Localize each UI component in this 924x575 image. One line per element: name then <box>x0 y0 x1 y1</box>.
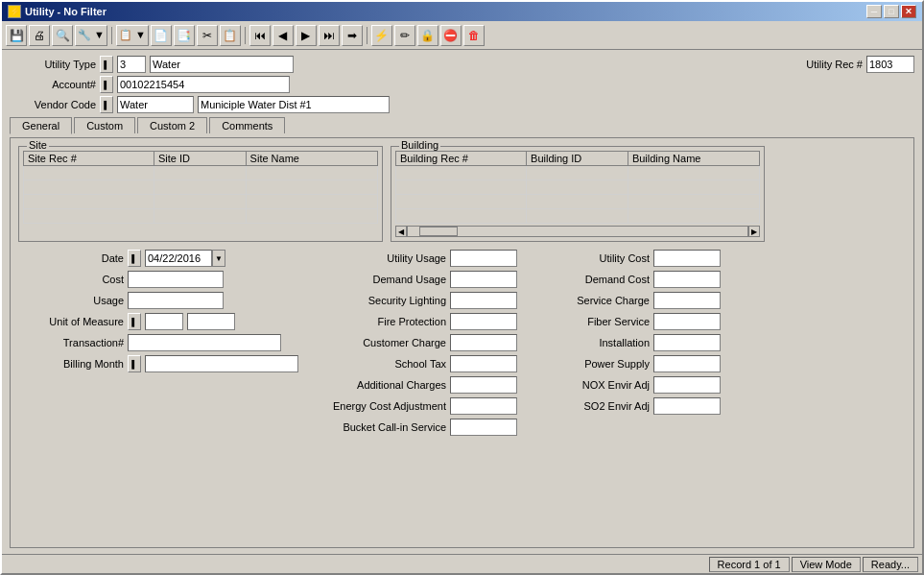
vendor-sep[interactable]: ▌ <box>100 96 113 113</box>
charge-input-installation[interactable] <box>653 334 721 351</box>
charge-input-so2-envir-adj[interactable] <box>653 397 721 415</box>
sep1 <box>111 27 112 44</box>
tab-custom[interactable]: Custom <box>74 117 135 133</box>
ready-status: Ready... <box>863 557 918 572</box>
close-button[interactable]: ✕ <box>901 5 916 18</box>
toolbar-nav-dropdown[interactable]: 📋 ▼ <box>116 25 149 46</box>
charge-label-fiber-service: Fiber Service <box>525 316 650 327</box>
tab-custom2[interactable]: Custom 2 <box>137 117 207 133</box>
unit-code-input[interactable] <box>145 313 183 330</box>
billing-field-row: Billing Month ▌ <box>18 355 306 372</box>
date-sep[interactable]: ▌ <box>128 250 141 267</box>
account-sep[interactable]: ▌ <box>100 76 113 93</box>
utility-type-label: Utility Type <box>10 59 96 70</box>
toolbar-lock[interactable]: 🔒 <box>417 25 438 46</box>
charge-input-utility-cost[interactable] <box>653 250 721 267</box>
toolbar-copy-doc[interactable]: 📑 <box>174 25 195 46</box>
site-group-label: Site <box>27 139 49 151</box>
toolbar-search[interactable]: 🔍 <box>52 25 73 46</box>
utility-type-num-input[interactable] <box>117 56 146 73</box>
date-label: Date <box>18 252 124 264</box>
transaction-input[interactable] <box>128 334 281 351</box>
toolbar-next[interactable]: ▶ <box>296 25 317 46</box>
charge-input-demand-cost[interactable] <box>653 271 721 288</box>
charge-input-fiber-service[interactable] <box>653 313 721 330</box>
toolbar-paste[interactable]: 📋 <box>220 25 241 46</box>
charge-row-energy-cost-adj: Energy Cost Adjustment <box>321 397 517 415</box>
utility-type-sep[interactable]: ▌ <box>100 56 113 73</box>
charge-input-nox-envir-adj[interactable] <box>653 376 721 394</box>
cost-label: Cost <box>18 274 124 285</box>
toolbar-cut[interactable]: ✂ <box>197 25 218 46</box>
scroll-right-btn[interactable]: ▶ <box>748 226 760 237</box>
cost-field-row: Cost <box>18 271 306 288</box>
sep2 <box>245 27 246 44</box>
tab-general[interactable]: General <box>10 117 72 134</box>
utility-type-val-input[interactable] <box>150 56 294 73</box>
toolbar-block[interactable]: ⛔ <box>440 25 462 46</box>
vendor-name-input[interactable] <box>198 96 390 113</box>
toolbar-delete[interactable]: 🗑 <box>463 25 485 46</box>
unit-desc-input[interactable] <box>187 313 235 330</box>
charge-input-security-lighting[interactable] <box>450 292 517 309</box>
billing-label: Billing Month <box>18 358 124 370</box>
usage-label: Usage <box>18 295 124 306</box>
site-group: Site Site Rec # Site ID Site Name <box>18 146 383 242</box>
charge-input-service-charge[interactable] <box>653 292 721 309</box>
charge-row-customer-charge: Customer Charge <box>321 334 517 351</box>
toolbar-print[interactable]: 🖨 <box>29 25 50 46</box>
header-fields: Utility Type ▌ Utility Rec # Account# ▌ … <box>10 56 914 113</box>
charge-input-fire-protection[interactable] <box>450 313 517 330</box>
toolbar-jump[interactable]: ➡ <box>342 25 363 46</box>
unit-sep[interactable]: ▌ <box>128 313 141 330</box>
charge-label-security-lighting: Security Lighting <box>321 295 446 306</box>
vendor-code-input[interactable] <box>117 96 194 113</box>
restore-button[interactable]: □ <box>884 5 899 18</box>
utility-rec-input[interactable] <box>866 56 914 73</box>
charge-row-utility-cost: Utility Cost <box>525 250 721 267</box>
charge-label-so2-envir-adj: SO2 Envir Adj <box>525 400 650 412</box>
charge-row-nox-envir-adj: NOX Envir Adj <box>525 376 721 394</box>
charge-input-customer-charge[interactable] <box>450 334 517 351</box>
building-col-rec: Building Rec # <box>396 152 527 166</box>
charge-row-additional-charges: Additional Charges <box>321 376 517 394</box>
site-col-name: Site Name <box>246 152 377 166</box>
toolbar-prev[interactable]: ◀ <box>272 25 294 46</box>
billing-input[interactable] <box>145 355 298 372</box>
main-panel: Site Site Rec # Site ID Site Name <box>10 137 914 548</box>
toolbar-edit[interactable]: ✏ <box>394 25 415 46</box>
utility-rec-label: Utility Rec # <box>806 59 863 70</box>
usage-input[interactable] <box>128 292 224 309</box>
site-col-rec: Site Rec # <box>24 152 154 166</box>
toolbar-save[interactable]: 💾 <box>6 25 27 46</box>
tab-comments[interactable]: Comments <box>209 117 285 133</box>
charge-input-power-supply[interactable] <box>653 355 721 372</box>
charge-row-school-tax: School Tax <box>321 355 517 372</box>
table-row <box>24 195 378 209</box>
date-input[interactable] <box>145 250 212 267</box>
charge-input-energy-cost-adj[interactable] <box>450 397 517 415</box>
table-row <box>24 180 378 195</box>
minimize-button[interactable]: ─ <box>866 5 882 18</box>
unit-field-row: Unit of Measure ▌ <box>18 313 306 330</box>
scroll-left-btn[interactable]: ◀ <box>395 226 407 237</box>
title-bar-buttons: ─ □ ✕ <box>866 5 916 18</box>
toolbar-last[interactable]: ⏭ <box>319 25 340 46</box>
charge-input-school-tax[interactable] <box>450 355 517 372</box>
charge-input-utility-usage[interactable] <box>450 250 517 267</box>
billing-sep[interactable]: ▌ <box>128 355 141 372</box>
scrollbar-h[interactable] <box>407 226 748 237</box>
date-dropdown-btn[interactable]: ▼ <box>212 250 225 267</box>
charge-input-bucket-call-in[interactable] <box>450 419 517 436</box>
toolbar-first[interactable]: ⏮ <box>249 25 271 46</box>
table-row <box>24 209 378 224</box>
cost-input[interactable] <box>128 271 224 288</box>
toolbar-tools-dropdown[interactable]: 🔧 ▼ <box>75 25 107 46</box>
toolbar-bolt[interactable]: ⚡ <box>371 25 392 46</box>
charge-input-additional-charges[interactable] <box>450 376 517 394</box>
building-group: Building Building Rec # Building ID Buil… <box>391 146 765 242</box>
status-bar: Record 1 of 1 View Mode Ready... <box>2 554 922 573</box>
toolbar-new-doc[interactable]: 📄 <box>151 25 172 46</box>
charge-input-demand-usage[interactable] <box>450 271 517 288</box>
account-input[interactable] <box>117 76 290 93</box>
